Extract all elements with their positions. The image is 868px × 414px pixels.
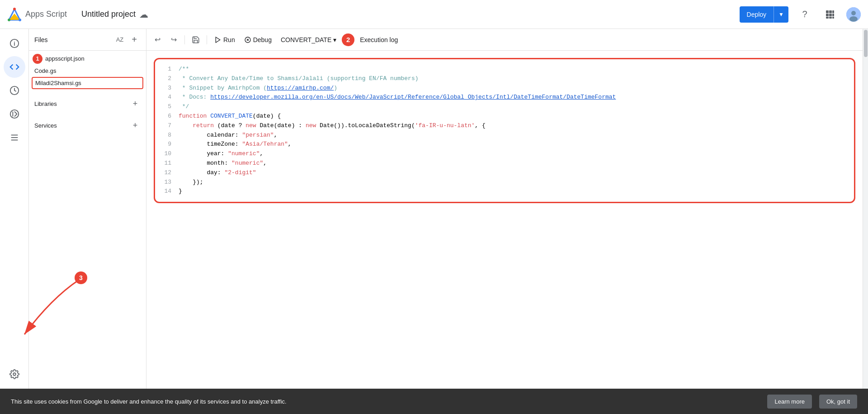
code-line-9: 9 timeZone: "Asia/Tehran", [162,140,847,149]
line-content-1: /** [179,65,189,74]
info-icon-btn[interactable]: i [4,33,25,54]
code-icon-btn[interactable] [4,56,25,78]
code-line-3: 3 * Snippet by AmirhpCom (https://amirhp… [162,84,847,93]
user-avatar[interactable] [846,7,861,22]
deploy-button[interactable]: Deploy ▼ [740,6,788,23]
app-name-label: Apps Script [25,10,67,19]
code-line-13: 13 }); [162,178,847,187]
code-line-11: 11 month: "numeric", [162,159,847,168]
code-editor[interactable]: 1 /** 2 * Convert Any Date/Time to Shams… [146,51,863,389]
add-service-button[interactable]: + [130,120,141,131]
grid-icon [826,10,835,19]
file-name-code: Code.gs [34,67,141,74]
line-content-11: month: "numeric", [179,159,267,168]
line-num-6: 6 [162,112,171,121]
files-header-actions: AZ + [113,33,141,46]
line-num-10: 10 [162,149,171,159]
code-line-7: 7 return (date ? new Date(date) : new Da… [162,121,847,131]
save-button[interactable] [189,33,203,47]
trigger-icon-btn[interactable] [4,103,25,125]
run-button[interactable]: Run [211,34,239,45]
exec-log-label: Execution log [360,36,398,43]
function-dropdown-icon: ▾ [333,36,336,43]
file-list: appsscript.json 1 Code.gs Miladi2Shamsi.… [29,51,146,91]
run-label: Run [223,36,235,43]
line-num-2: 2 [162,74,171,84]
svg-rect-13 [829,17,832,19]
file-item-code[interactable]: Code.gs [29,65,146,77]
line-num-4: 4 [162,93,171,102]
libraries-section-header: Libraries + [29,95,146,113]
line-content-7: return (date ? new Date(date) : new Date… [179,121,486,131]
clock-icon-btn[interactable] [4,80,25,101]
execution-log-button[interactable]: Execution log [356,34,401,45]
debug-label: Debug [253,36,272,43]
code-container: 1 /** 2 * Convert Any Date/Time to Shams… [154,58,855,203]
undo-button[interactable]: ↩ [150,33,165,47]
file-item-wrapper-1: appsscript.json 1 [29,52,146,65]
executions-icon [9,133,19,143]
code-icon [9,62,19,72]
svg-marker-29 [216,37,220,43]
svg-rect-9 [826,14,829,16]
info-icon: i [9,38,19,48]
debug-button[interactable]: Debug [241,34,275,45]
line-content-6: function CONVERT_DATE(date) { [179,112,281,121]
line-num-12: 12 [162,168,171,178]
code-line-2: 2 * Convert Any Date/Time to Shamsi/Jala… [162,74,847,84]
svg-rect-6 [826,10,829,13]
svg-point-3 [13,8,16,10]
svg-point-25 [13,373,16,376]
svg-rect-14 [832,17,834,19]
list-icon-btn[interactable] [4,127,25,148]
add-file-button[interactable]: + [128,33,141,46]
ok-got-it-button[interactable]: Ok, got it [819,395,857,409]
line-num-9: 9 [162,140,171,149]
project-name-label: Untitled project [81,10,136,19]
line-content-9: timeZone: "Asia/Tehran", [179,140,292,149]
svg-rect-11 [832,14,834,16]
cookie-bar: This site uses cookies from Google to de… [0,389,868,414]
function-selector-button[interactable]: CONVERT_DATE ▾ [277,34,340,45]
file-item-miladi[interactable]: Miladi2Shamsi.gs [32,77,143,89]
line-content-10: year: "numeric", [179,149,263,159]
learn-more-button[interactable]: Learn more [767,395,811,409]
cloud-save-icon[interactable]: ☁ [139,9,148,20]
apps-script-logo-icon [7,7,22,22]
annotation-badge-1: 1 [33,54,42,64]
line-num-11: 11 [162,159,171,168]
svg-point-27 [75,271,87,284]
help-button[interactable]: ? [796,5,814,24]
debug-icon [244,36,251,43]
svg-rect-7 [829,10,832,13]
app-logo: Apps Script [7,7,76,22]
code-line-10: 10 year: "numeric", [162,149,847,159]
apps-grid-button[interactable] [821,5,839,24]
right-scrollbar[interactable] [863,29,868,389]
deploy-arrow-icon: ▼ [774,6,788,23]
line-content-12: day: "2-digit" [179,168,256,178]
redo-button[interactable]: ↪ [166,33,181,47]
svg-text:i: i [14,41,15,47]
editor-toolbar: ↩ ↪ Run D [146,29,863,51]
file-name-miladi: Miladi2Shamsi.gs [35,80,140,86]
editor-area: ↩ ↪ Run D [146,29,863,389]
files-panel: Files AZ + appsscript.json 1 Code.gs Mil… [29,29,146,389]
file-item-appsscript[interactable]: appsscript.json [29,52,146,65]
trigger-icon [9,109,19,119]
line-num-8: 8 [162,131,171,140]
svg-point-17 [849,16,858,22]
deploy-label: Deploy [740,6,774,23]
history-icon [9,86,19,95]
settings-icon [9,369,19,379]
sort-files-button[interactable]: AZ [113,33,126,46]
code-line-6: 6 function CONVERT_DATE(date) { [162,112,847,121]
svg-point-16 [851,11,856,15]
header-right-area: Deploy ▼ ? [740,5,861,24]
add-library-button[interactable]: + [130,98,141,109]
line-content-5: */ [179,102,189,112]
file-name-appsscript: appsscript.json [45,55,141,62]
libraries-title: Libraries [34,100,130,107]
settings-icon-btn[interactable] [4,363,25,385]
line-num-13: 13 [162,178,171,187]
